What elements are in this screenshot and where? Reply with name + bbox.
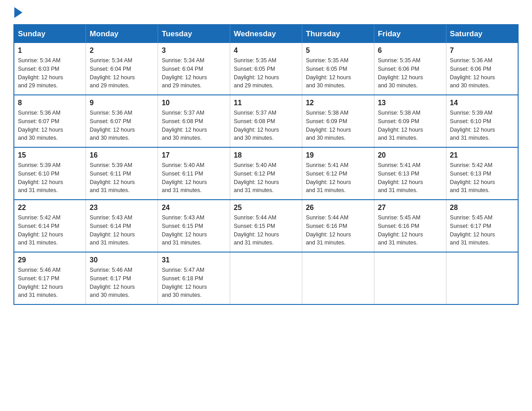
- calendar-cell: 10 Sunrise: 5:37 AMSunset: 6:08 PMDaylig…: [158, 95, 230, 147]
- column-header-monday: Monday: [86, 25, 158, 43]
- calendar-cell: 1 Sunrise: 5:34 AMSunset: 6:03 PMDayligh…: [14, 43, 86, 95]
- day-info: Sunrise: 5:44 AMSunset: 6:16 PMDaylight:…: [306, 214, 370, 247]
- day-info: Sunrise: 5:35 AMSunset: 6:05 PMDaylight:…: [306, 56, 370, 90]
- day-info: Sunrise: 5:36 AMSunset: 6:06 PMDaylight:…: [450, 56, 514, 90]
- calendar-cell: 8 Sunrise: 5:36 AMSunset: 6:07 PMDayligh…: [14, 95, 86, 147]
- day-number: 25: [234, 204, 298, 212]
- day-info: Sunrise: 5:43 AMSunset: 6:15 PMDaylight:…: [162, 214, 226, 247]
- day-number: 13: [378, 99, 442, 107]
- calendar-week-row: 1 Sunrise: 5:34 AMSunset: 6:03 PMDayligh…: [14, 43, 518, 95]
- day-number: 6: [378, 47, 442, 55]
- day-info: Sunrise: 5:39 AMSunset: 6:10 PMDaylight:…: [450, 109, 514, 142]
- day-number: 29: [18, 256, 82, 264]
- day-info: Sunrise: 5:38 AMSunset: 6:09 PMDaylight:…: [378, 109, 442, 142]
- day-number: 3: [162, 47, 226, 55]
- calendar-cell: [374, 252, 446, 304]
- calendar-cell: 26 Sunrise: 5:44 AMSunset: 6:16 PMDaylig…: [302, 200, 374, 252]
- calendar-table: SundayMondayTuesdayWednesdayThursdayFrid…: [13, 24, 519, 305]
- column-header-wednesday: Wednesday: [230, 25, 302, 43]
- calendar-cell: 25 Sunrise: 5:44 AMSunset: 6:15 PMDaylig…: [230, 200, 302, 252]
- day-number: 15: [18, 151, 82, 159]
- day-number: 12: [306, 99, 370, 107]
- calendar-cell: 14 Sunrise: 5:39 AMSunset: 6:10 PMDaylig…: [446, 95, 518, 147]
- calendar-cell: 7 Sunrise: 5:36 AMSunset: 6:06 PMDayligh…: [446, 43, 518, 95]
- calendar-week-row: 8 Sunrise: 5:36 AMSunset: 6:07 PMDayligh…: [14, 95, 518, 147]
- day-number: 4: [234, 47, 298, 55]
- day-info: Sunrise: 5:38 AMSunset: 6:09 PMDaylight:…: [306, 109, 370, 142]
- day-number: 17: [162, 151, 226, 159]
- column-header-thursday: Thursday: [302, 25, 374, 43]
- day-info: Sunrise: 5:34 AMSunset: 6:04 PMDaylight:…: [162, 56, 226, 90]
- column-header-tuesday: Tuesday: [158, 25, 230, 43]
- column-header-friday: Friday: [374, 25, 446, 43]
- calendar-cell: 23 Sunrise: 5:43 AMSunset: 6:14 PMDaylig…: [86, 200, 158, 252]
- calendar-cell: 11 Sunrise: 5:37 AMSunset: 6:08 PMDaylig…: [230, 95, 302, 147]
- calendar-cell: [302, 252, 374, 304]
- day-number: 19: [306, 151, 370, 159]
- calendar-header-row: SundayMondayTuesdayWednesdayThursdayFrid…: [14, 25, 518, 43]
- day-info: Sunrise: 5:40 AMSunset: 6:12 PMDaylight:…: [234, 161, 298, 195]
- day-number: 16: [90, 151, 154, 159]
- calendar-cell: 16 Sunrise: 5:39 AMSunset: 6:11 PMDaylig…: [86, 147, 158, 200]
- calendar-cell: [446, 252, 518, 304]
- day-number: 30: [90, 256, 154, 264]
- day-info: Sunrise: 5:46 AMSunset: 6:17 PMDaylight:…: [90, 266, 154, 300]
- day-number: 14: [450, 99, 514, 107]
- calendar-cell: 9 Sunrise: 5:36 AMSunset: 6:07 PMDayligh…: [86, 95, 158, 147]
- day-number: 23: [90, 204, 154, 212]
- calendar-cell: 5 Sunrise: 5:35 AMSunset: 6:05 PMDayligh…: [302, 43, 374, 95]
- day-info: Sunrise: 5:39 AMSunset: 6:11 PMDaylight:…: [90, 161, 154, 195]
- calendar-cell: 31 Sunrise: 5:47 AMSunset: 6:18 PMDaylig…: [158, 252, 230, 304]
- day-info: Sunrise: 5:41 AMSunset: 6:12 PMDaylight:…: [306, 161, 370, 195]
- column-header-sunday: Sunday: [14, 25, 86, 43]
- calendar-cell: 27 Sunrise: 5:45 AMSunset: 6:16 PMDaylig…: [374, 200, 446, 252]
- calendar-cell: 30 Sunrise: 5:46 AMSunset: 6:17 PMDaylig…: [86, 252, 158, 304]
- calendar-cell: 19 Sunrise: 5:41 AMSunset: 6:12 PMDaylig…: [302, 147, 374, 200]
- day-info: Sunrise: 5:36 AMSunset: 6:07 PMDaylight:…: [90, 109, 154, 142]
- calendar-cell: 21 Sunrise: 5:42 AMSunset: 6:13 PMDaylig…: [446, 147, 518, 200]
- calendar-week-row: 29 Sunrise: 5:46 AMSunset: 6:17 PMDaylig…: [14, 252, 518, 304]
- calendar-cell: [230, 252, 302, 304]
- day-info: Sunrise: 5:41 AMSunset: 6:13 PMDaylight:…: [378, 161, 442, 195]
- day-number: 9: [90, 99, 154, 107]
- day-number: 22: [18, 204, 82, 212]
- day-info: Sunrise: 5:47 AMSunset: 6:18 PMDaylight:…: [162, 266, 226, 300]
- day-number: 31: [162, 256, 226, 264]
- day-info: Sunrise: 5:39 AMSunset: 6:10 PMDaylight:…: [18, 161, 82, 195]
- day-info: Sunrise: 5:43 AMSunset: 6:14 PMDaylight:…: [90, 214, 154, 247]
- calendar-week-row: 22 Sunrise: 5:42 AMSunset: 6:14 PMDaylig…: [14, 200, 518, 252]
- day-number: 28: [450, 204, 514, 212]
- calendar-cell: 20 Sunrise: 5:41 AMSunset: 6:13 PMDaylig…: [374, 147, 446, 200]
- day-number: 10: [162, 99, 226, 107]
- day-info: Sunrise: 5:35 AMSunset: 6:06 PMDaylight:…: [378, 56, 442, 90]
- calendar-cell: 17 Sunrise: 5:40 AMSunset: 6:11 PMDaylig…: [158, 147, 230, 200]
- calendar-cell: 29 Sunrise: 5:46 AMSunset: 6:17 PMDaylig…: [14, 252, 86, 304]
- day-info: Sunrise: 5:36 AMSunset: 6:07 PMDaylight:…: [18, 109, 82, 142]
- calendar-cell: 3 Sunrise: 5:34 AMSunset: 6:04 PMDayligh…: [158, 43, 230, 95]
- day-number: 26: [306, 204, 370, 212]
- day-info: Sunrise: 5:37 AMSunset: 6:08 PMDaylight:…: [162, 109, 226, 142]
- day-number: 2: [90, 47, 154, 55]
- day-number: 27: [378, 204, 442, 212]
- calendar-cell: 18 Sunrise: 5:40 AMSunset: 6:12 PMDaylig…: [230, 147, 302, 200]
- day-number: 11: [234, 99, 298, 107]
- day-info: Sunrise: 5:34 AMSunset: 6:04 PMDaylight:…: [90, 56, 154, 90]
- day-info: Sunrise: 5:34 AMSunset: 6:03 PMDaylight:…: [18, 56, 82, 90]
- calendar-cell: 24 Sunrise: 5:43 AMSunset: 6:15 PMDaylig…: [158, 200, 230, 252]
- day-number: 18: [234, 151, 298, 159]
- calendar-cell: 12 Sunrise: 5:38 AMSunset: 6:09 PMDaylig…: [302, 95, 374, 147]
- day-number: 20: [378, 151, 442, 159]
- day-number: 5: [306, 47, 370, 55]
- logo: [13, 9, 22, 15]
- calendar-week-row: 15 Sunrise: 5:39 AMSunset: 6:10 PMDaylig…: [14, 147, 518, 200]
- calendar-cell: 13 Sunrise: 5:38 AMSunset: 6:09 PMDaylig…: [374, 95, 446, 147]
- calendar-cell: 15 Sunrise: 5:39 AMSunset: 6:10 PMDaylig…: [14, 147, 86, 200]
- day-number: 8: [18, 99, 82, 107]
- day-number: 7: [450, 47, 514, 55]
- day-number: 24: [162, 204, 226, 212]
- day-number: 1: [18, 47, 82, 55]
- calendar-cell: 6 Sunrise: 5:35 AMSunset: 6:06 PMDayligh…: [374, 43, 446, 95]
- calendar-cell: 4 Sunrise: 5:35 AMSunset: 6:05 PMDayligh…: [230, 43, 302, 95]
- day-info: Sunrise: 5:35 AMSunset: 6:05 PMDaylight:…: [234, 56, 298, 90]
- logo-arrow-icon: [14, 7, 22, 18]
